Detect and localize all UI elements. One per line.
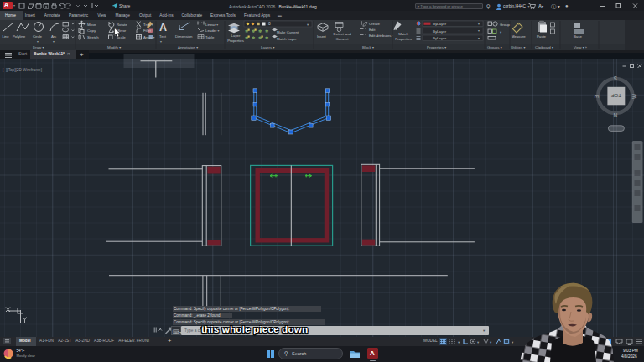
svg-text:▾: ▾ <box>490 340 492 344</box>
svg-text:✻: ✻ <box>252 35 255 40</box>
svg-text:▾: ▾ <box>477 340 480 344</box>
svg-text:ByLayer: ByLayer <box>433 29 447 34</box>
svg-text:✻: ✻ <box>265 28 268 34</box>
svg-text:N: N <box>613 112 617 118</box>
svg-text:E: E <box>594 95 600 99</box>
svg-text:W: W <box>631 93 637 99</box>
svg-text:✻: ✻ <box>258 28 262 34</box>
svg-text:ByLayer: ByLayer <box>433 36 447 40</box>
svg-text:A: A <box>159 22 167 34</box>
svg-text:▾: ▾ <box>478 29 480 33</box>
svg-text:▾: ▾ <box>478 23 480 26</box>
svg-text:TOP: TOP <box>611 93 621 98</box>
svg-text:ByLayer: ByLayer <box>433 22 447 26</box>
svg-text:▾: ▾ <box>458 340 460 344</box>
svg-text:▾: ▾ <box>478 37 480 40</box>
svg-text:S: S <box>613 75 617 81</box>
svg-text:0: 0 <box>268 22 271 26</box>
svg-text:✻: ✻ <box>265 35 268 40</box>
